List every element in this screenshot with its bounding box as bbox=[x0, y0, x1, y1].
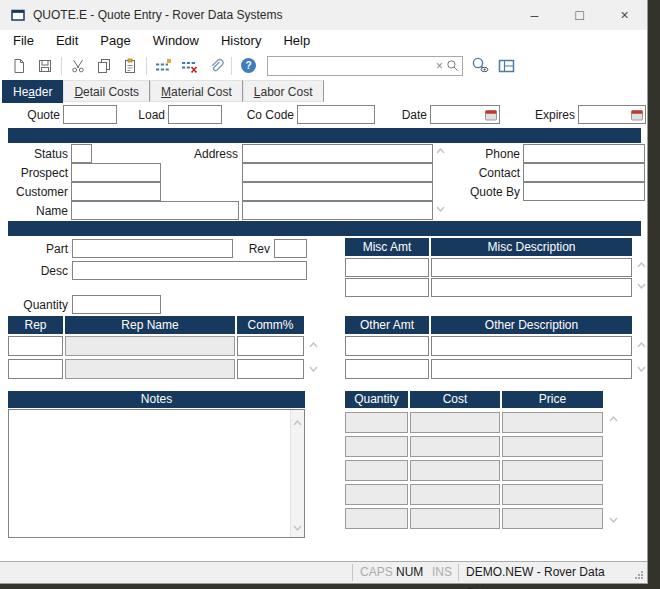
price-grid-scroll-up-icon[interactable] bbox=[606, 414, 620, 424]
svg-text:?: ? bbox=[245, 60, 251, 71]
tab-material-cost[interactable]: Material Cost bbox=[150, 80, 243, 102]
co-code-input[interactable] bbox=[297, 105, 375, 124]
save-icon[interactable] bbox=[32, 55, 58, 77]
status-bar-separator bbox=[458, 564, 459, 581]
notes-textarea[interactable] bbox=[9, 410, 291, 537]
tab-labor-cost[interactable]: Labor Cost bbox=[243, 80, 324, 102]
address-line-3-input[interactable] bbox=[242, 182, 433, 201]
other-description-input[interactable] bbox=[431, 359, 632, 379]
misc-amt-input[interactable] bbox=[345, 278, 429, 297]
status-input[interactable] bbox=[71, 144, 92, 163]
cut-icon[interactable] bbox=[65, 55, 91, 77]
rep-input[interactable] bbox=[8, 336, 63, 356]
search-icon[interactable] bbox=[446, 59, 462, 72]
rep-scroll-down-icon[interactable] bbox=[306, 364, 320, 374]
desc-label: Desc bbox=[8, 262, 68, 280]
search-input[interactable] bbox=[268, 58, 433, 74]
rep-input[interactable] bbox=[8, 359, 63, 379]
expires-calendar-icon[interactable] bbox=[631, 108, 645, 121]
quantity-input[interactable] bbox=[72, 295, 161, 314]
menu-page[interactable]: Page bbox=[89, 30, 141, 52]
load-input[interactable] bbox=[168, 105, 222, 124]
address-scroll-down-icon[interactable] bbox=[433, 204, 447, 214]
price-readonly-cell bbox=[502, 508, 603, 529]
price-grid-price-header: Price bbox=[502, 391, 603, 408]
desc-input[interactable] bbox=[72, 261, 307, 280]
tab-detail-costs[interactable]: Detail Costs bbox=[63, 80, 150, 102]
cost-readonly-cell bbox=[410, 484, 500, 505]
misc-description-input[interactable] bbox=[431, 258, 632, 277]
minimize-button[interactable]: – bbox=[512, 0, 557, 30]
cost-readonly-cell bbox=[410, 436, 500, 457]
notes-box bbox=[8, 409, 305, 538]
notes-scrollbar[interactable] bbox=[290, 410, 304, 537]
misc-description-input[interactable] bbox=[431, 278, 632, 297]
date-field bbox=[430, 105, 500, 124]
comm-pct-input[interactable] bbox=[237, 336, 304, 356]
toolbar-separator bbox=[61, 57, 62, 75]
help-icon[interactable]: ? bbox=[235, 55, 261, 77]
other-scroll-up-icon[interactable] bbox=[634, 340, 648, 350]
address-line-4-input[interactable] bbox=[242, 201, 433, 220]
customer-input[interactable] bbox=[71, 182, 161, 201]
insert-row-icon[interactable] bbox=[150, 55, 176, 77]
zoom-preview-icon[interactable] bbox=[467, 55, 493, 77]
expires-field bbox=[578, 105, 646, 124]
close-button[interactable]: × bbox=[602, 0, 647, 30]
title-bar[interactable]: QUOTE.E - Quote Entry - Rover Data Syste… bbox=[0, 0, 647, 30]
address-scroll-up-icon[interactable] bbox=[433, 146, 447, 156]
menu-history[interactable]: History bbox=[210, 30, 272, 52]
window-title: QUOTE.E - Quote Entry - Rover Data Syste… bbox=[33, 8, 282, 22]
co-code-label: Co Code bbox=[233, 106, 294, 124]
prospect-input[interactable] bbox=[71, 163, 161, 182]
other-scroll-down-icon[interactable] bbox=[634, 364, 648, 374]
part-input[interactable] bbox=[72, 239, 233, 258]
notes-scroll-down-icon[interactable] bbox=[291, 517, 304, 535]
part-label: Part bbox=[8, 240, 68, 258]
menu-help[interactable]: Help bbox=[272, 30, 321, 52]
phone-label: Phone bbox=[458, 145, 520, 163]
resize-grip[interactable] bbox=[634, 569, 644, 583]
rep-name-readonly-cell bbox=[65, 359, 235, 379]
rev-input[interactable] bbox=[274, 239, 307, 258]
address-line-1-input[interactable] bbox=[242, 144, 433, 163]
price-grid-scroll-down-icon[interactable] bbox=[606, 515, 620, 525]
contact-input[interactable] bbox=[523, 163, 645, 182]
caps-lock-indicator: CAPS bbox=[360, 562, 393, 583]
new-document-icon[interactable] bbox=[6, 55, 32, 77]
rep-name-header: Rep Name bbox=[65, 316, 235, 334]
price-readonly-cell bbox=[502, 412, 603, 433]
address-line-2-input[interactable] bbox=[242, 163, 433, 182]
other-description-input[interactable] bbox=[431, 336, 632, 356]
tab-header[interactable]: Header bbox=[2, 80, 63, 103]
attachment-paperclip-icon[interactable] bbox=[202, 55, 228, 77]
search-clear-icon[interactable]: × bbox=[433, 59, 446, 73]
menu-edit[interactable]: Edit bbox=[45, 30, 89, 52]
menu-file[interactable]: File bbox=[2, 30, 45, 52]
quote-by-input[interactable] bbox=[523, 182, 645, 201]
insert-mode-indicator: INS bbox=[432, 562, 452, 583]
date-calendar-icon[interactable] bbox=[485, 108, 499, 121]
other-amt-input[interactable] bbox=[345, 336, 429, 356]
comm-pct-input[interactable] bbox=[237, 359, 304, 379]
rep-scroll-up-icon[interactable] bbox=[306, 340, 320, 350]
status-bar-separator bbox=[352, 564, 353, 581]
maximize-button[interactable]: □ bbox=[557, 0, 602, 30]
copy-icon[interactable] bbox=[91, 55, 117, 77]
misc-amt-input[interactable] bbox=[345, 258, 429, 277]
notes-scroll-up-icon[interactable] bbox=[291, 412, 304, 430]
expires-input[interactable] bbox=[579, 107, 631, 122]
panel-layout-icon[interactable] bbox=[493, 55, 519, 77]
delete-row-icon[interactable] bbox=[176, 55, 202, 77]
rev-label: Rev bbox=[232, 240, 270, 258]
misc-scroll-down-icon[interactable] bbox=[634, 281, 648, 291]
date-input[interactable] bbox=[431, 107, 485, 122]
menu-window[interactable]: Window bbox=[142, 30, 210, 52]
misc-scroll-up-icon[interactable] bbox=[634, 260, 648, 270]
quote-input[interactable] bbox=[63, 105, 117, 124]
quote-label: Quote bbox=[20, 106, 60, 124]
paste-icon[interactable] bbox=[117, 55, 143, 77]
phone-input[interactable] bbox=[523, 144, 645, 163]
name-input[interactable] bbox=[71, 201, 239, 220]
other-amt-input[interactable] bbox=[345, 359, 429, 379]
